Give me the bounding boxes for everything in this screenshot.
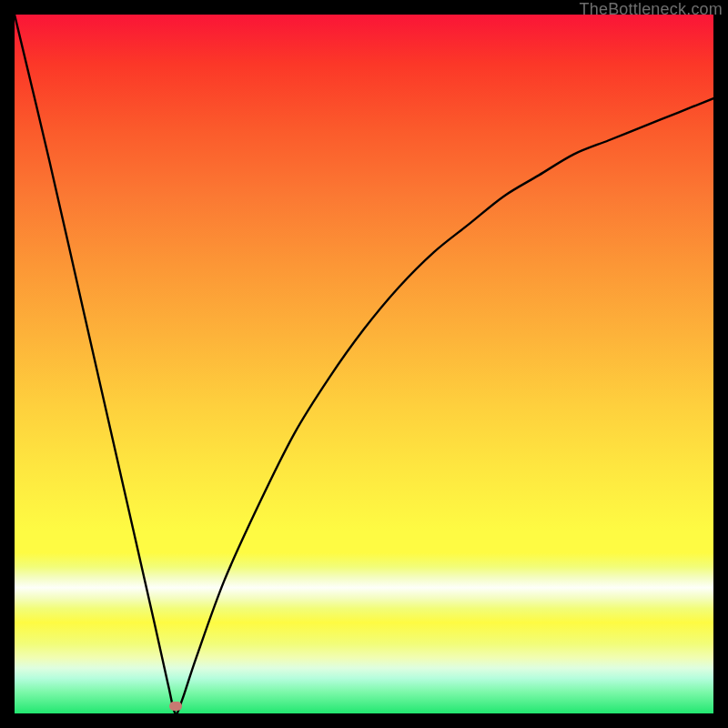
plot-area <box>15 15 713 713</box>
bottleneck-curve <box>15 15 713 713</box>
optimum-marker <box>169 702 182 711</box>
chart-frame: TheBottleneck.com <box>0 0 728 728</box>
